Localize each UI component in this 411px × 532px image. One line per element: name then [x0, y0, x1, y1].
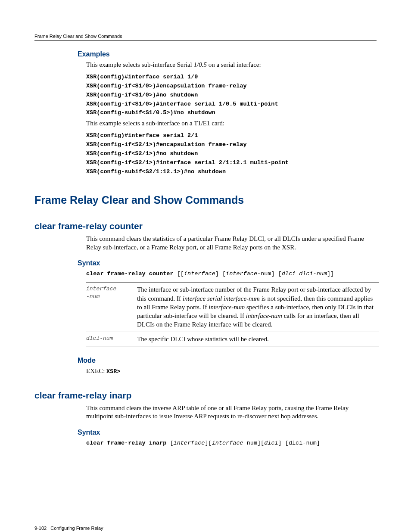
- text: [[: [177, 271, 184, 277]
- text: num][: [247, 440, 265, 446]
- text-em: interface-num: [209, 304, 245, 311]
- syntax-heading: Syntax: [78, 259, 377, 267]
- text: ]]: [327, 271, 334, 277]
- arg: dlci: [264, 440, 278, 446]
- running-header: Frame Relay Clear and Show Commands: [34, 34, 377, 41]
- text-em: 1/0.5: [194, 61, 207, 68]
- text: [: [170, 440, 173, 446]
- arg: dlci dlci-num: [282, 271, 327, 277]
- arg: interface-: [226, 271, 261, 277]
- param-key: interface -num: [86, 283, 137, 332]
- text: num] [: [261, 271, 282, 277]
- table-row: interface -num The interface or sub-inte…: [86, 283, 379, 332]
- cmd: clear frame-relay inarp: [86, 440, 170, 446]
- param-desc: The interface or sub-interface number of…: [137, 283, 379, 332]
- text: [dlci-num]: [282, 440, 320, 446]
- param-key: dlci-num: [86, 332, 137, 346]
- param-table: interface -num The interface or sub-inte…: [86, 282, 379, 346]
- text: ] [: [215, 271, 226, 277]
- text: ]: [278, 440, 282, 446]
- prompt: XSR>: [106, 368, 120, 375]
- example-code-2: XSR(config)#interface serial 2/1 XSR(con…: [86, 131, 377, 177]
- arg: interface-: [212, 440, 247, 446]
- text: on a serial interface:: [207, 61, 261, 68]
- example-code-1: XSR(config)#interface serial 1/0 XSR(con…: [86, 73, 377, 118]
- examples-intro-2: This example selects a sub-interface on …: [86, 119, 377, 128]
- examples-heading: Examples: [78, 50, 377, 58]
- command-heading-inarp: clear frame-relay inarp: [34, 390, 377, 401]
- syntax-line-counter: clear frame-relay counter [[interface] […: [86, 270, 377, 279]
- text: This example selects sub-interface Seria…: [86, 61, 194, 68]
- command-heading-counter: clear frame-relay counter: [34, 221, 377, 231]
- mode-line: EXEC: XSR>: [86, 367, 377, 376]
- text-em: interface-num: [246, 312, 282, 319]
- table-row: dlci-num The specific DLCI whose statist…: [86, 332, 379, 346]
- cmd: clear frame-relay counter: [86, 271, 177, 277]
- text: EXEC:: [86, 367, 106, 374]
- page-footer: 9-102 Configuring Frame Relay: [34, 526, 377, 531]
- text-em: interface serial interface-num: [183, 295, 260, 302]
- footer-title: Configuring Frame Relay: [50, 526, 103, 531]
- examples-intro-1: This example selects sub-interface Seria…: [86, 61, 377, 69]
- arg: interface: [174, 440, 205, 446]
- section-heading: Frame Relay Clear and Show Commands: [34, 194, 377, 206]
- syntax-line-inarp: clear frame-relay inarp [interface][inte…: [86, 439, 377, 448]
- counter-desc: This command clears the statistics of a …: [86, 235, 377, 252]
- arg: interface: [184, 271, 215, 277]
- param-desc: The specific DLCI whose statistics will …: [137, 332, 379, 346]
- page-number: 9-102: [34, 526, 47, 531]
- text: ][: [205, 440, 212, 446]
- syntax-heading-inarp: Syntax: [78, 429, 377, 436]
- inarp-desc: This command clears the inverse ARP tabl…: [86, 404, 377, 421]
- mode-heading: Mode: [78, 357, 377, 364]
